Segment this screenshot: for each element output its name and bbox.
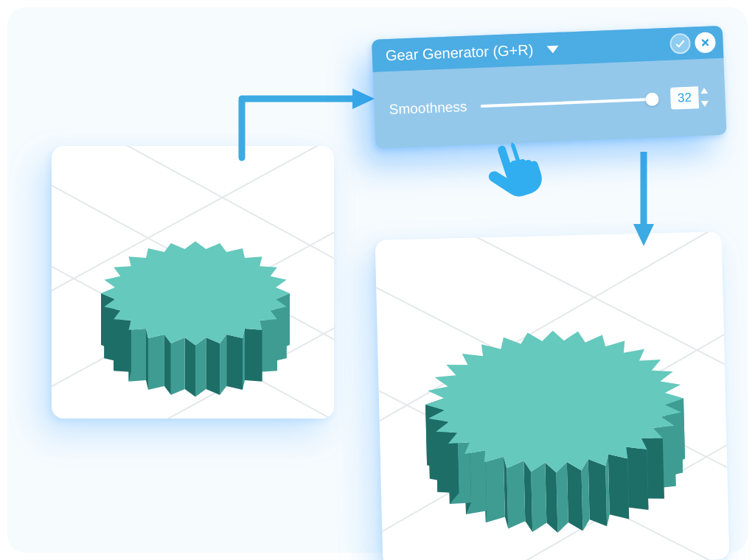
- svg-marker-22: [195, 337, 206, 396]
- check-icon: [674, 38, 686, 50]
- panel-body: Smoothness 32: [373, 58, 727, 149]
- svg-marker-15: [260, 319, 277, 372]
- confirm-button[interactable]: [669, 33, 691, 55]
- svg-marker-23: [185, 337, 195, 396]
- svg-marker-28: [128, 329, 145, 382]
- svg-marker-64: [484, 457, 505, 523]
- svg-marker-17: [245, 329, 262, 382]
- svg-marker-57: [567, 461, 583, 531]
- svg-marker-24: [171, 337, 185, 395]
- svg-marker-27: [146, 329, 148, 390]
- smoothness-input[interactable]: 32: [670, 86, 699, 110]
- slider-thumb[interactable]: [645, 92, 659, 106]
- panel-title: Gear Generator (G+R): [385, 41, 533, 64]
- svg-marker-51: [626, 447, 648, 511]
- chevron-down-icon[interactable]: [546, 46, 558, 54]
- svg-marker-18: [243, 329, 245, 390]
- svg-marker-58: [556, 462, 568, 533]
- stepper-up-icon[interactable]: [700, 88, 708, 94]
- stepper-down-icon[interactable]: [701, 101, 709, 107]
- gear-before-render: [52, 146, 334, 419]
- smoothness-slider[interactable]: [480, 98, 657, 108]
- svg-marker-21: [206, 337, 220, 395]
- close-button[interactable]: [695, 32, 716, 53]
- smoothness-stepper: 32: [670, 86, 711, 110]
- svg-marker-0: [352, 88, 375, 109]
- close-icon: [700, 38, 711, 49]
- smoothness-label: Smoothness: [389, 99, 467, 118]
- svg-marker-55: [588, 458, 608, 526]
- svg-marker-53: [608, 454, 629, 520]
- svg-marker-60: [531, 463, 547, 532]
- canvas-stage: Gear Generator (G+R) Smoothness 32: [7, 7, 748, 553]
- preview-after: [375, 231, 730, 560]
- svg-marker-62: [507, 461, 526, 528]
- preview-before: [52, 146, 334, 419]
- svg-marker-35: [101, 242, 290, 346]
- flow-arrow-2: [625, 152, 662, 248]
- svg-marker-19: [226, 335, 243, 390]
- flow-arrow-1: [234, 71, 382, 159]
- gear-after-render: [375, 231, 730, 560]
- svg-marker-59: [545, 462, 557, 533]
- svg-marker-20: [220, 335, 226, 395]
- svg-marker-26: [148, 335, 164, 390]
- svg-marker-2: [633, 224, 654, 246]
- svg-marker-25: [164, 335, 171, 395]
- gear-generator-panel: Gear Generator (G+R) Smoothness 32: [372, 26, 727, 149]
